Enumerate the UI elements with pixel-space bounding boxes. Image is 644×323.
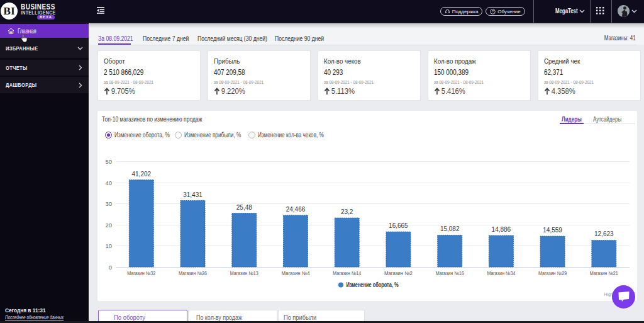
svg-text:Магазин №32: Магазин №32 bbox=[127, 270, 155, 276]
svg-text:?: ? bbox=[492, 9, 494, 13]
svg-text:31,431: 31,431 bbox=[183, 191, 203, 198]
svg-text:14,886: 14,886 bbox=[492, 226, 511, 233]
svg-text:24,466: 24,466 bbox=[286, 206, 306, 213]
svg-text:Магазин №14: Магазин №14 bbox=[333, 270, 361, 276]
svg-text:Магазин №13: Магазин №13 bbox=[230, 270, 258, 276]
svg-text:20: 20 bbox=[105, 222, 112, 229]
svg-text:16,665: 16,665 bbox=[389, 222, 408, 229]
svg-text:23,2: 23,2 bbox=[341, 208, 353, 215]
svg-text:40: 40 bbox=[105, 179, 112, 186]
svg-text:15,082: 15,082 bbox=[440, 225, 460, 232]
svg-text:14,559: 14,559 bbox=[543, 227, 562, 234]
svg-text:25,48: 25,48 bbox=[236, 204, 252, 211]
svg-text:Магазин №21: Магазин №21 bbox=[590, 270, 618, 276]
svg-text:Изменение оборота, %: Изменение оборота, % bbox=[347, 281, 399, 288]
svg-text:Магазин №2: Магазин №2 bbox=[384, 270, 413, 276]
svg-text:Магазин №34: Магазин №34 bbox=[487, 270, 515, 276]
svg-text:30: 30 bbox=[105, 200, 112, 207]
svg-text:Магазин №29: Магазин №29 bbox=[538, 270, 567, 276]
svg-text:10: 10 bbox=[105, 242, 112, 249]
svg-text:12,623: 12,623 bbox=[594, 230, 614, 237]
svg-text:41,202: 41,202 bbox=[132, 171, 152, 178]
svg-text:Магазин №26: Магазин №26 bbox=[179, 270, 207, 276]
svg-text:50: 50 bbox=[105, 158, 112, 165]
svg-text:0: 0 bbox=[109, 264, 112, 271]
svg-text:Магазин №16: Магазин №16 bbox=[436, 270, 464, 276]
svg-text:Магазин №4: Магазин №4 bbox=[282, 270, 310, 276]
